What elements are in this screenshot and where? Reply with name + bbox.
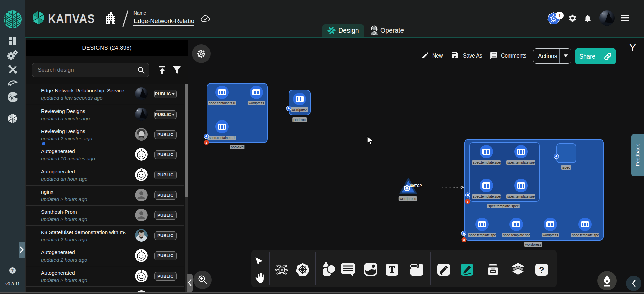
svg-text:?: ? [539,265,544,275]
svg-text:?: ? [11,268,14,273]
